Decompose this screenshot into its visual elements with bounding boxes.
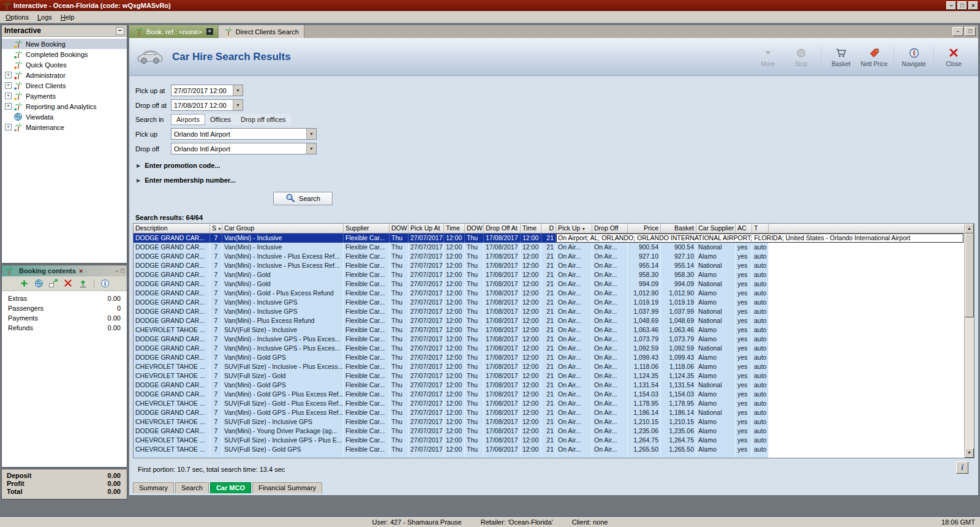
column-header-basket[interactable]: Basket xyxy=(661,224,696,233)
column-header-pick-up-at[interactable]: Pick Up At xyxy=(409,224,444,233)
expand-plus-icon[interactable]: + xyxy=(5,72,12,78)
chevron-down-icon[interactable]: ▼ xyxy=(233,100,243,110)
result-row[interactable]: CHEVROLET TAHOE ...7SUV(Full Size) - Inc… xyxy=(134,417,964,427)
scrollbar-thumb[interactable] xyxy=(965,233,974,317)
info-button[interactable]: i xyxy=(956,461,968,474)
bottom-tab-summary[interactable]: Summary xyxy=(133,482,174,493)
column-header-dow[interactable]: DOW xyxy=(465,224,484,233)
result-row[interactable]: DODGE GRAND CAR...7Van(Mini) - Gold GPSF… xyxy=(134,381,964,390)
pickup-at-datetime-combo[interactable]: 27/07/2017 12:00 ▼ xyxy=(171,85,243,96)
result-row[interactable]: DODGE GRAND CAR...7Van(Mini) - Inclusive… xyxy=(134,252,964,261)
info-icon[interactable] xyxy=(100,279,110,289)
globe-icon[interactable] xyxy=(34,279,44,289)
result-row[interactable]: CHEVROLET TAHOE ...7SUV(Full Size) - Inc… xyxy=(134,436,964,445)
mdi-restore-button[interactable]: □ xyxy=(965,27,976,36)
result-row[interactable]: DODGE GRAND CAR...7Van(Mini) - GoldFlexi… xyxy=(134,279,964,289)
upload-icon[interactable] xyxy=(78,279,88,289)
scroll-up-icon[interactable]: ▲ xyxy=(965,224,974,233)
result-row[interactable]: DODGE GRAND CAR...7Van(Mini) - Gold GPSF… xyxy=(134,353,964,362)
result-row[interactable]: CHEVROLET TAHOE ...7SUV(Full Size) - Gol… xyxy=(134,399,964,408)
result-row[interactable]: DODGE GRAND CAR...7Van(Mini) - Plus Exce… xyxy=(134,316,964,325)
sidebar-item-reporting-and-analytics[interactable]: +Reporting and Analytics xyxy=(2,101,127,112)
result-row[interactable]: DODGE GRAND CAR...7Van(Mini) - Gold - Pl… xyxy=(134,289,964,298)
booking-contents-close-icon[interactable]: × xyxy=(79,267,83,275)
result-row[interactable]: CHEVROLET TAHOE ...7SUV(Full Size) - Inc… xyxy=(134,362,964,371)
column-header-time[interactable]: Time xyxy=(444,224,465,233)
vertical-scrollbar[interactable]: ▲ ▼ xyxy=(964,224,974,458)
dropoff-location-combo[interactable]: Orlando Intl Airport ▼ xyxy=(171,143,317,154)
pickup-location-combo[interactable]: Orlando Intl Airport ▼ xyxy=(171,128,317,140)
tab-close-icon[interactable]: × xyxy=(206,28,213,35)
menu-options[interactable]: Options xyxy=(1,12,33,22)
column-header-car-group[interactable]: Car Group xyxy=(222,224,344,233)
sidebar-item-administrator[interactable]: +Administrator xyxy=(2,70,127,80)
column-header-car-supplier[interactable]: Car Supplier xyxy=(696,224,736,233)
result-row[interactable]: DODGE GRAND CAR...7Van(Mini) - GoldFlexi… xyxy=(134,270,964,279)
result-row[interactable]: DODGE GRAND CAR...7Van(Mini) - Inclusive… xyxy=(134,261,964,270)
column-header-ac[interactable]: AC xyxy=(736,224,752,233)
expand-plus-icon[interactable]: + xyxy=(5,103,12,110)
dropoff-at-datetime-combo[interactable]: 17/08/2017 12:00 ▼ xyxy=(171,99,243,111)
column-header-drop-off-at[interactable]: Drop Off At xyxy=(484,224,521,233)
bottom-tab-search[interactable]: Search xyxy=(175,482,209,493)
close-button[interactable]: Close xyxy=(938,47,970,67)
document-tab-direct-clients-search[interactable]: Direct Clients Search xyxy=(219,25,304,38)
chevron-down-icon[interactable]: ▼ xyxy=(233,85,243,96)
result-row[interactable]: DODGE GRAND CAR...7Van(Mini) - Inclusive… xyxy=(134,307,964,316)
column-header-pick-up[interactable]: Pick Up▼ xyxy=(556,224,592,233)
window-close-button[interactable]: × xyxy=(968,1,978,10)
column-header-description[interactable]: Description xyxy=(134,224,210,233)
result-row[interactable]: CHEVROLET TAHOE ...7SUV(Full Size) - Inc… xyxy=(134,325,964,335)
menu-logs[interactable]: Logs xyxy=(33,12,56,22)
column-header-price[interactable]: Price xyxy=(628,224,661,233)
sidebar-item-quick-quotes[interactable]: Quick Quotes xyxy=(2,59,127,70)
column-header-drop-off[interactable]: Drop Off xyxy=(592,224,628,233)
result-row[interactable]: DODGE GRAND CAR...7Van(Mini) - Inclusive… xyxy=(134,344,964,353)
nett-price-button[interactable]: Nett Price xyxy=(858,47,890,67)
result-row[interactable]: DODGE GRAND CAR...7Van(Mini) - Inclusive… xyxy=(134,298,964,307)
result-row[interactable]: DODGE GRAND CAR...7Van(Mini) - Gold GPS … xyxy=(134,390,964,399)
column-header-supplier[interactable]: Supplier xyxy=(344,224,390,233)
column-header-t[interactable]: T xyxy=(752,224,769,233)
result-row[interactable]: DODGE GRAND CAR...7Van(Mini) - Young Dri… xyxy=(134,427,964,436)
basket-button[interactable]: Basket xyxy=(825,47,857,67)
expand-plus-icon[interactable]: + xyxy=(5,93,12,99)
column-header-s[interactable]: S▼ xyxy=(210,224,222,233)
export-icon[interactable] xyxy=(48,279,59,289)
promotion-code-expander[interactable]: ▶ Enter promotion code... xyxy=(137,162,978,169)
bottom-tab-financial-summary[interactable]: Financial Summary xyxy=(252,482,322,493)
result-row[interactable]: DODGE GRAND CAR...7Van(Mini) - Inclusive… xyxy=(134,335,964,344)
result-row[interactable]: DODGE GRAND CAR...7Van(Mini) - Gold GPS … xyxy=(134,408,964,417)
add-icon[interactable] xyxy=(19,279,29,289)
menu-help[interactable]: Help xyxy=(56,12,79,22)
bottom-tab-car-mco[interactable]: Car MCO xyxy=(210,482,251,493)
booking-contents-restore-icon[interactable]: □ xyxy=(121,268,124,274)
membership-number-expander[interactable]: ▶ Enter membership number... xyxy=(137,176,978,184)
window-minimize-button[interactable]: − xyxy=(946,1,956,10)
result-row[interactable]: CHEVROLET TAHOE ...7SUV(Full Size) - Gol… xyxy=(134,371,964,381)
scroll-down-icon[interactable]: ▼ xyxy=(965,448,974,458)
chevron-down-icon[interactable]: ▼ xyxy=(306,143,316,154)
search-button[interactable]: Search xyxy=(273,192,333,205)
booking-contents-minimize-icon[interactable]: − xyxy=(115,268,118,274)
sidebar-item-maintenance[interactable]: +Maintenance xyxy=(2,122,127,132)
column-header-d[interactable]: D xyxy=(541,224,556,233)
window-maximize-button[interactable]: □ xyxy=(957,1,967,10)
search-in-offices[interactable]: Offices xyxy=(205,115,236,124)
search-in-airports[interactable]: Airports xyxy=(171,114,205,125)
expand-plus-icon[interactable]: + xyxy=(5,82,12,89)
expand-plus-icon[interactable]: + xyxy=(5,124,12,131)
column-header-dow[interactable]: DOW xyxy=(390,224,409,233)
result-row[interactable]: DODGE GRAND CAR...7Van(Mini) - Inclusive… xyxy=(134,243,964,252)
result-row[interactable]: CHEVROLET TAHOE ...7SUV(Full Size) - Gol… xyxy=(134,445,964,454)
search-in-drop-off-offices[interactable]: Drop off offices xyxy=(236,115,291,124)
sidebar-item-payments[interactable]: +Payments xyxy=(2,91,127,101)
sidebar-item-viewdata[interactable]: Viewdata xyxy=(2,112,127,122)
navigate-button[interactable]: Navigate xyxy=(898,47,930,67)
sidebar-item-new-booking[interactable]: New Booking xyxy=(2,39,127,49)
sidebar-item-direct-clients[interactable]: +Direct Clients xyxy=(2,80,127,91)
delete-icon[interactable] xyxy=(63,279,74,289)
sidebar-item-completed-bookings[interactable]: Completed Bookings xyxy=(2,49,127,59)
document-tab-book-ref-none[interactable]: Book. ref.: <none>× xyxy=(129,25,219,38)
chevron-down-icon[interactable]: ▼ xyxy=(306,129,316,139)
